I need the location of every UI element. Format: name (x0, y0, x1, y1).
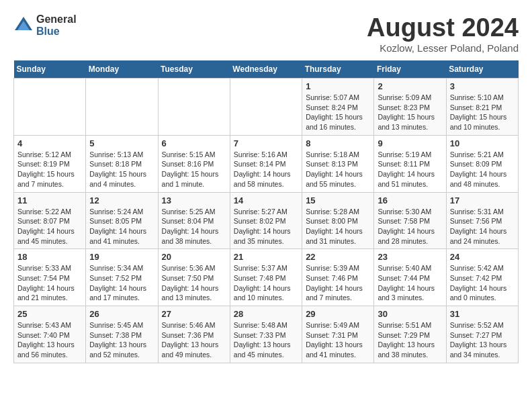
header-thursday: Thursday (302, 60, 374, 79)
day-info: Sunrise: 5:49 AM Sunset: 7:31 PM Dayligh… (306, 320, 370, 360)
day-number: 21 (234, 252, 298, 262)
day-number: 22 (306, 252, 370, 262)
day-number: 2 (378, 81, 442, 91)
day-info: Sunrise: 5:39 AM Sunset: 7:46 PM Dayligh… (306, 263, 370, 303)
day-number: 9 (378, 138, 442, 148)
day-cell: 25Sunrise: 5:43 AM Sunset: 7:40 PM Dayli… (14, 306, 86, 363)
subtitle: Kozlow, Lesser Poland, Poland (367, 42, 519, 54)
week-row-2: 4Sunrise: 5:12 AM Sunset: 8:19 PM Daylig… (14, 135, 519, 192)
day-cell: 27Sunrise: 5:46 AM Sunset: 7:36 PM Dayli… (158, 306, 230, 363)
day-info: Sunrise: 5:13 AM Sunset: 8:18 PM Dayligh… (89, 150, 154, 189)
day-info: Sunrise: 5:48 AM Sunset: 7:33 PM Dayligh… (234, 320, 298, 360)
day-number: 28 (234, 309, 298, 319)
header-sunday: Sunday (14, 60, 86, 79)
day-info: Sunrise: 5:07 AM Sunset: 8:24 PM Dayligh… (306, 93, 370, 132)
week-row-3: 11Sunrise: 5:22 AM Sunset: 8:07 PM Dayli… (14, 192, 519, 249)
day-cell: 19Sunrise: 5:34 AM Sunset: 7:52 PM Dayli… (86, 249, 158, 306)
day-number: 19 (89, 252, 154, 262)
logo-blue-text: Blue (36, 26, 77, 38)
day-number: 26 (89, 309, 154, 319)
day-number: 25 (17, 309, 82, 319)
day-number: 10 (450, 138, 515, 148)
day-number: 24 (450, 252, 515, 262)
calendar-body: 1Sunrise: 5:07 AM Sunset: 8:24 PM Daylig… (14, 79, 519, 363)
week-row-1: 1Sunrise: 5:07 AM Sunset: 8:24 PM Daylig… (14, 79, 519, 136)
logo-icon (13, 15, 34, 36)
day-cell: 21Sunrise: 5:37 AM Sunset: 7:48 PM Dayli… (230, 249, 302, 306)
header-monday: Monday (86, 60, 158, 79)
day-info: Sunrise: 5:18 AM Sunset: 8:13 PM Dayligh… (306, 150, 370, 189)
day-cell: 10Sunrise: 5:21 AM Sunset: 8:09 PM Dayli… (446, 135, 518, 192)
day-cell (158, 79, 230, 136)
header-row: Sunday Monday Tuesday Wednesday Thursday… (14, 60, 519, 79)
header-friday: Friday (374, 60, 446, 79)
page-header: General Blue August 2024 Kozlow, Lesser … (13, 13, 519, 54)
day-info: Sunrise: 5:31 AM Sunset: 7:56 PM Dayligh… (450, 207, 515, 246)
day-cell: 17Sunrise: 5:31 AM Sunset: 7:56 PM Dayli… (446, 192, 518, 249)
day-number: 29 (306, 309, 370, 319)
day-number: 3 (450, 81, 515, 91)
day-number: 30 (378, 309, 442, 319)
day-number: 27 (162, 309, 226, 319)
day-cell: 1Sunrise: 5:07 AM Sunset: 8:24 PM Daylig… (302, 79, 374, 136)
day-info: Sunrise: 5:15 AM Sunset: 8:16 PM Dayligh… (162, 150, 226, 189)
day-number: 8 (306, 138, 370, 148)
calendar-table: Sunday Monday Tuesday Wednesday Thursday… (13, 60, 519, 363)
day-cell (230, 79, 302, 136)
day-cell: 24Sunrise: 5:42 AM Sunset: 7:42 PM Dayli… (446, 249, 518, 306)
day-number: 16 (378, 195, 442, 205)
main-title: August 2024 (367, 13, 519, 42)
day-cell: 14Sunrise: 5:27 AM Sunset: 8:02 PM Dayli… (230, 192, 302, 249)
day-number: 31 (450, 309, 515, 319)
day-cell: 12Sunrise: 5:24 AM Sunset: 8:05 PM Dayli… (86, 192, 158, 249)
day-cell: 16Sunrise: 5:30 AM Sunset: 7:58 PM Dayli… (374, 192, 446, 249)
day-cell: 23Sunrise: 5:40 AM Sunset: 7:44 PM Dayli… (374, 249, 446, 306)
day-cell: 29Sunrise: 5:49 AM Sunset: 7:31 PM Dayli… (302, 306, 374, 363)
day-cell: 7Sunrise: 5:16 AM Sunset: 8:14 PM Daylig… (230, 135, 302, 192)
day-cell: 2Sunrise: 5:09 AM Sunset: 8:23 PM Daylig… (374, 79, 446, 136)
day-info: Sunrise: 5:40 AM Sunset: 7:44 PM Dayligh… (378, 263, 442, 303)
day-number: 13 (162, 195, 226, 205)
day-info: Sunrise: 5:43 AM Sunset: 7:40 PM Dayligh… (17, 320, 82, 360)
calendar-header: Sunday Monday Tuesday Wednesday Thursday… (14, 60, 519, 79)
day-cell: 5Sunrise: 5:13 AM Sunset: 8:18 PM Daylig… (86, 135, 158, 192)
day-number: 11 (17, 195, 82, 205)
day-info: Sunrise: 5:34 AM Sunset: 7:52 PM Dayligh… (89, 263, 154, 303)
day-info: Sunrise: 5:36 AM Sunset: 7:50 PM Dayligh… (162, 263, 226, 303)
day-info: Sunrise: 5:30 AM Sunset: 7:58 PM Dayligh… (378, 207, 442, 246)
title-section: August 2024 Kozlow, Lesser Poland, Polan… (367, 13, 519, 54)
header-saturday: Saturday (446, 60, 518, 79)
day-number: 18 (17, 252, 82, 262)
day-info: Sunrise: 5:25 AM Sunset: 8:04 PM Dayligh… (162, 207, 226, 246)
header-wednesday: Wednesday (230, 60, 302, 79)
logo-text: General Blue (36, 13, 77, 37)
day-cell: 18Sunrise: 5:33 AM Sunset: 7:54 PM Dayli… (14, 249, 86, 306)
day-info: Sunrise: 5:46 AM Sunset: 7:36 PM Dayligh… (162, 320, 226, 360)
day-cell: 4Sunrise: 5:12 AM Sunset: 8:19 PM Daylig… (14, 135, 86, 192)
day-cell: 6Sunrise: 5:15 AM Sunset: 8:16 PM Daylig… (158, 135, 230, 192)
day-info: Sunrise: 5:52 AM Sunset: 7:27 PM Dayligh… (450, 320, 515, 360)
day-info: Sunrise: 5:24 AM Sunset: 8:05 PM Dayligh… (89, 207, 154, 246)
day-info: Sunrise: 5:51 AM Sunset: 7:29 PM Dayligh… (378, 320, 442, 360)
day-info: Sunrise: 5:12 AM Sunset: 8:19 PM Dayligh… (17, 150, 82, 189)
day-number: 17 (450, 195, 515, 205)
day-cell: 8Sunrise: 5:18 AM Sunset: 8:13 PM Daylig… (302, 135, 374, 192)
week-row-5: 25Sunrise: 5:43 AM Sunset: 7:40 PM Dayli… (14, 306, 519, 363)
day-number: 23 (378, 252, 442, 262)
day-cell: 9Sunrise: 5:19 AM Sunset: 8:11 PM Daylig… (374, 135, 446, 192)
day-info: Sunrise: 5:10 AM Sunset: 8:21 PM Dayligh… (450, 93, 515, 132)
day-number: 20 (162, 252, 226, 262)
day-number: 4 (17, 138, 82, 148)
day-info: Sunrise: 5:09 AM Sunset: 8:23 PM Dayligh… (378, 93, 442, 132)
day-cell: 20Sunrise: 5:36 AM Sunset: 7:50 PM Dayli… (158, 249, 230, 306)
day-cell: 11Sunrise: 5:22 AM Sunset: 8:07 PM Dayli… (14, 192, 86, 249)
day-info: Sunrise: 5:19 AM Sunset: 8:11 PM Dayligh… (378, 150, 442, 189)
day-cell: 28Sunrise: 5:48 AM Sunset: 7:33 PM Dayli… (230, 306, 302, 363)
day-info: Sunrise: 5:42 AM Sunset: 7:42 PM Dayligh… (450, 263, 515, 303)
day-cell: 3Sunrise: 5:10 AM Sunset: 8:21 PM Daylig… (446, 79, 518, 136)
day-number: 6 (162, 138, 226, 148)
day-cell: 31Sunrise: 5:52 AM Sunset: 7:27 PM Dayli… (446, 306, 518, 363)
day-cell: 30Sunrise: 5:51 AM Sunset: 7:29 PM Dayli… (374, 306, 446, 363)
day-info: Sunrise: 5:16 AM Sunset: 8:14 PM Dayligh… (234, 150, 298, 189)
day-info: Sunrise: 5:22 AM Sunset: 8:07 PM Dayligh… (17, 207, 82, 246)
